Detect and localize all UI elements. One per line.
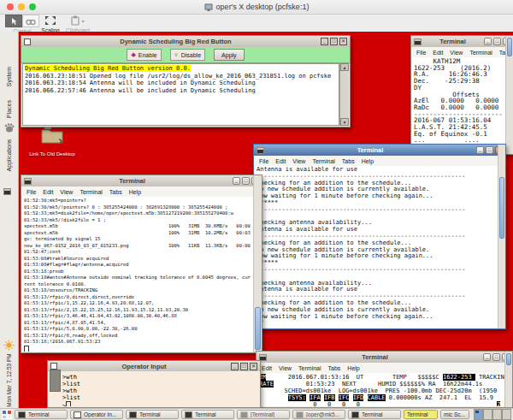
titlebar[interactable]: Terminal _ □ ✕ — [411, 36, 513, 47]
workspace-cell[interactable] — [474, 409, 483, 420]
terminal-launcher-icon[interactable] — [3, 188, 11, 195]
input-line[interactable]: >list — [62, 394, 259, 401]
window-menu-icon[interactable] — [24, 38, 31, 45]
minimize-button[interactable]: _ — [321, 38, 328, 45]
menu-item[interactable]: Terminal — [312, 158, 334, 164]
menu-item[interactable]: Tabs — [342, 158, 355, 164]
workspace-cell[interactable] — [483, 409, 492, 420]
titlebar[interactable]: Terminal _ □ ✕ — [21, 175, 262, 186]
minimize-traffic-light[interactable] — [18, 3, 25, 10]
menu-item[interactable]: Terminal — [298, 365, 321, 371]
control-mode-button[interactable] — [5, 15, 22, 27]
menu-item[interactable]: View — [450, 50, 463, 56]
menu-item[interactable]: File — [416, 50, 426, 56]
scroll-down-icon[interactable]: ▼ — [340, 118, 349, 126]
menu-item[interactable]: File — [27, 189, 36, 195]
scrollbar[interactable] — [253, 175, 262, 352]
maximize-button[interactable]: □ — [240, 363, 248, 370]
viewer-title: oper's X desktop (pcfske:1) — [216, 3, 310, 11]
maximize-traffic-light[interactable] — [29, 3, 36, 10]
panel-clock[interactable]: Mon Mar 7, 12:53 PM — [0, 352, 18, 408]
menu-item[interactable]: Edit — [43, 189, 53, 195]
maximize-button[interactable]: □ — [330, 38, 338, 45]
menu-item[interactable]: Help — [129, 189, 141, 195]
menu-item[interactable]: View — [279, 365, 292, 371]
ds-control-row: ◆ Enable ∨ Disable Apply — [21, 47, 350, 63]
workspace-pager[interactable] — [474, 409, 511, 420]
ds-window[interactable]: Dynamic Scheduling Big Red Button _ □ ✕ … — [21, 35, 351, 127]
taskbar-button[interactable]: [Terminal] — [237, 410, 290, 419]
menu-item[interactable]: Terminal — [80, 189, 102, 195]
taskbar-button[interactable]: Terminal — [348, 410, 401, 419]
titlebar[interactable]: Operator Input _ □ ✕ — [48, 361, 260, 371]
menu-item[interactable]: Help — [347, 365, 359, 371]
terminal-line: spectest.m5b 100% 31MB 10.2MB/s 00:03 — [24, 230, 261, 237]
titlebar[interactable]: Terminal _ □ ✕ — [254, 145, 505, 156]
taskbar-button[interactable]: mic Sc... — [440, 410, 469, 419]
minimize-button[interactable]: _ — [484, 38, 492, 45]
notification-sun-icon[interactable] — [3, 340, 15, 351]
minimize-button[interactable]: _ — [233, 177, 240, 185]
input-line[interactable]: >wth — [62, 374, 259, 381]
taskbar-button[interactable]: Operator In... — [70, 410, 123, 419]
menu-item[interactable]: File — [259, 158, 268, 164]
desktop-shortcut-old-desktop[interactable]: Link To Old Desktop — [24, 122, 80, 157]
input-line[interactable]: > — [62, 401, 259, 406]
titlebar[interactable]: Terminal _ □ ✕ — [256, 352, 512, 363]
menu-places[interactable]: Places — [0, 97, 18, 121]
scrollbar[interactable] — [498, 145, 505, 328]
scaling-icon[interactable] — [44, 15, 56, 26]
scrollbar[interactable] — [505, 36, 513, 154]
scrollbar[interactable] — [504, 352, 512, 407]
maximize-button[interactable]: □ — [493, 38, 501, 45]
menu-item[interactable]: View — [292, 158, 305, 164]
menu-item[interactable]: Edit — [433, 50, 443, 56]
observe-mode-button[interactable] — [22, 15, 39, 27]
taskbar-button[interactable]: Terminal — [126, 410, 179, 419]
terminal-window-source[interactable]: Terminal _ □ ✕ FileEditViewTerminalTabs … — [410, 35, 513, 155]
menu-item[interactable]: Help — [362, 158, 374, 164]
terminal-window-monit[interactable]: Terminal _ □ ✕ EditViewTerminalTabsHelp … — [256, 351, 513, 408]
titlebar[interactable]: Dynamic Scheduling Big Red Button _ □ ✕ — [21, 36, 350, 47]
operator-input-window[interactable]: Operator Input _ □ ✕ >wth>list>wth>list> — [47, 360, 261, 408]
menu-applications[interactable]: Applications — [0, 133, 18, 176]
workspace-cell[interactable] — [502, 409, 511, 420]
window-title: Terminal — [267, 146, 474, 154]
menu-item[interactable]: Terminal — [469, 50, 492, 56]
maximize-button[interactable]: □ — [492, 353, 500, 361]
menu-item[interactable]: Tabs — [328, 365, 341, 371]
input-scroll-handle[interactable] — [50, 370, 61, 392]
close-traffic-light[interactable] — [7, 3, 14, 10]
disable-label: Disable — [181, 52, 201, 58]
close-button[interactable]: ✕ — [250, 363, 257, 370]
terminal-line: rent tolerance 0.0100. — [24, 281, 261, 288]
apply-button[interactable]: Apply — [214, 49, 245, 61]
scroll-up-icon[interactable]: ▲ — [340, 63, 349, 71]
menu-item[interactable]: Edit — [275, 158, 286, 164]
maximize-button[interactable]: □ — [242, 177, 250, 185]
workspace-cell[interactable] — [492, 409, 502, 420]
scrollbar[interactable]: ▲ ▼ — [339, 63, 349, 126]
window-menu-icon[interactable] — [50, 363, 57, 370]
taskbar-button[interactable]: Terminal — [181, 410, 234, 419]
menu-item[interactable]: Edit — [262, 365, 272, 371]
minimize-button[interactable]: _ — [231, 363, 239, 370]
terminal-window-fslog[interactable]: Terminal _ □ ✕ FileEditViewTerminalTabsH… — [21, 175, 262, 353]
close-button[interactable]: ✕ — [339, 38, 347, 45]
taskbar-button[interactable]: Terminal — [404, 410, 438, 419]
workspace-switcher-icon[interactable] — [2, 410, 12, 419]
menu-item[interactable]: View — [60, 189, 73, 195]
taskbar-button[interactable]: Terminal — [15, 410, 68, 419]
minimize-button[interactable]: _ — [483, 353, 491, 361]
menu-item[interactable]: Tabs — [109, 189, 122, 195]
clipboard-icon[interactable] — [71, 15, 80, 26]
input-line[interactable]: >wth — [62, 387, 259, 394]
enable-radio[interactable]: ◆ Enable — [127, 49, 161, 61]
minimize-button[interactable]: _ — [476, 146, 484, 154]
disable-radio[interactable]: ∨ Disable — [170, 49, 205, 61]
menu-system[interactable]: System — [0, 64, 18, 88]
maximize-button[interactable]: □ — [486, 146, 493, 154]
taskbar-button[interactable]: [oper@mk5... — [292, 410, 345, 419]
terminal-window-scheduler[interactable]: Terminal _ □ ✕ FileEditViewTerminalTabsH… — [253, 144, 506, 329]
input-line[interactable]: >list — [62, 381, 259, 387]
